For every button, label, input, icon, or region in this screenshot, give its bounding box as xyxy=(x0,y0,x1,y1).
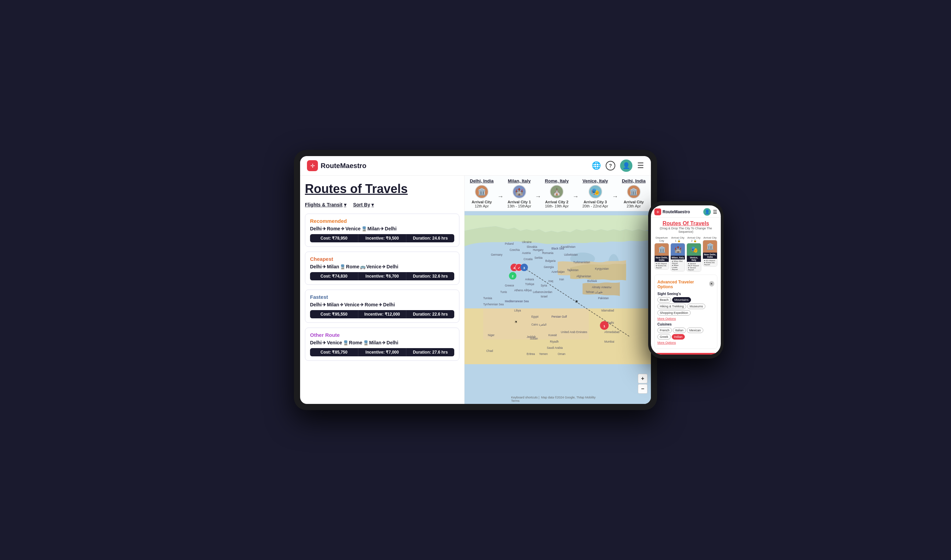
svg-text:4: 4 xyxy=(514,266,515,270)
zoom-in-button[interactable]: + xyxy=(638,374,647,383)
tag-mountains[interactable]: Mountains xyxy=(672,297,691,303)
svg-text:Cairo القاهرة: Cairo القاهرة xyxy=(531,323,547,326)
route-other-title: Other Route xyxy=(310,332,454,338)
phone-city-card-3[interactable]: 🏛️ New Delhi, India ● IGI Airport● Noida… xyxy=(702,240,717,267)
svg-text:✓: ✓ xyxy=(518,266,520,270)
menu-icon[interactable]: ☰ xyxy=(637,161,644,170)
sort-by-label: Sort By xyxy=(353,202,371,208)
map-zoom-controls: + − xyxy=(638,374,647,394)
route-fastest-cities: Delhi ✈ Milan ✈ Venice ✈ Rome ✈ Delhi xyxy=(310,302,454,308)
phone-city-card-2[interactable]: 🎭 Venice, Italy ● Venice MCP Airport● Ve… xyxy=(687,243,701,272)
svg-text:Turkmenistan: Turkmenistan xyxy=(573,261,590,264)
svg-text:Israel: Israel xyxy=(540,295,547,298)
sight-seeing-title: Sight Seeing's xyxy=(658,292,714,296)
phone-header: ✛ RouteMaestro 👤 ☰ xyxy=(651,205,721,218)
svg-text:Black Sea: Black Sea xyxy=(551,247,564,250)
svg-text:Egypt: Egypt xyxy=(531,315,539,318)
tag-shopping[interactable]: Shopping Expedition xyxy=(658,310,691,315)
globe-icon[interactable]: 🌐 xyxy=(591,161,601,170)
svg-text:2: 2 xyxy=(512,274,514,278)
fast-cost: Cost: ₹95,550 xyxy=(310,310,358,318)
route-recommended-title: Recommended xyxy=(310,218,454,224)
phone-city-col-3: Arrival City 🏛️ New Delhi, India ● IGI A… xyxy=(702,236,717,272)
phone-menu-icon[interactable]: ☰ xyxy=(713,209,717,215)
tag-hiking[interactable]: Hiking & Trekking xyxy=(658,304,686,309)
tag-greek[interactable]: Greek xyxy=(658,334,671,340)
phone-app-name: RouteMaestro xyxy=(662,209,703,214)
tablet-device: ✛ RouteMaestro 🌐 ? 👤 ☰ Routes of Travels xyxy=(294,150,657,410)
svg-text:Bishkek: Bishkek xyxy=(587,280,597,283)
flights-transit-filter[interactable]: Flights & Transit ▾ xyxy=(305,202,346,208)
other-incentive: Incentive: ₹7,000 xyxy=(358,348,407,356)
rec-duration: Duration: 24.6 hrs xyxy=(406,234,454,242)
main-title: Routes of Travels xyxy=(305,182,459,196)
phone-city-card-0[interactable]: 🏛️ New Delhi, India ● IGI Airport● Noida… xyxy=(654,243,669,270)
svg-text:Tajikistan: Tajikistan xyxy=(567,269,579,272)
svg-text:Ahmedabad: Ahmedabad xyxy=(604,331,619,334)
svg-text:3: 3 xyxy=(523,266,525,270)
route-cheapest-title: Cheapest xyxy=(310,256,454,262)
phone-city-col-0: Departure City 🏛️ New Delhi, India ● IGI… xyxy=(654,236,669,272)
sight-seeing-tags: Beach Mountains Hiking & Trekking Museum… xyxy=(658,297,714,315)
tag-italian[interactable]: Italian xyxy=(673,328,686,333)
tablet-header: ✛ RouteMaestro 🌐 ? 👤 ☰ xyxy=(300,156,651,175)
route-arrow-2: → xyxy=(573,185,579,208)
filter-row: Flights & Transit ▾ Sort By ▾ xyxy=(305,202,459,208)
svg-text:Saudi Arabia: Saudi Arabia xyxy=(547,346,563,349)
route-other-cities: Delhi ✈ Venice 🚆 Rome 🚆 Milan ✈ Delhi xyxy=(310,340,454,345)
svg-text:Slovakia: Slovakia xyxy=(526,245,537,249)
svg-text:Iran: Iran xyxy=(559,278,564,281)
svg-text:Kuwait: Kuwait xyxy=(548,334,557,337)
tablet-screen: ✛ RouteMaestro 🌐 ? 👤 ☰ Routes of Travels xyxy=(300,156,651,404)
svg-text:Poland: Poland xyxy=(505,242,514,245)
tag-french[interactable]: French xyxy=(658,328,672,333)
svg-text:Kyrgyzstan: Kyrgyzstan xyxy=(595,267,609,271)
tag-mexican[interactable]: Mexican xyxy=(687,328,703,333)
route-card-cheapest: Cheapest Delhi ✈ Milan 🚆 Rome 🚌 Venice ✈… xyxy=(305,252,459,285)
zoom-out-button[interactable]: − xyxy=(638,384,647,394)
flights-transit-label: Flights & Transit xyxy=(305,202,343,208)
route-cheapest-stats: Cost: ₹74,830 Incentive: ₹6,700 Duration… xyxy=(310,272,454,280)
svg-text:Mumbai: Mumbai xyxy=(604,340,614,343)
route-header: Delhi, India 🏛️ Arrival City 12th Apr → … xyxy=(465,175,651,211)
more-options-link-1[interactable]: More Options xyxy=(658,317,714,320)
svg-text:Tunis: Tunis xyxy=(500,291,507,294)
tag-indian[interactable]: Indian xyxy=(672,334,685,340)
svg-text:Ukraine: Ukraine xyxy=(522,241,532,244)
svg-text:1: 1 xyxy=(603,324,605,328)
route-other-stats: Cost: ₹85,750 Incentive: ₹7,000 Duration… xyxy=(310,348,454,356)
phone-city-col-1: Arrival City 1 🔒 🏰 Milan, Italy ● Milan … xyxy=(670,236,685,272)
svg-text:Lebanon: Lebanon xyxy=(533,291,544,294)
sort-by-filter[interactable]: Sort By ▾ xyxy=(353,202,374,208)
svg-text:Persian Gulf: Persian Gulf xyxy=(551,315,567,318)
svg-text:Yemen: Yemen xyxy=(539,352,548,355)
svg-text:Tehran طهران: Tehran طهران xyxy=(586,291,603,294)
route-arrow-0: → xyxy=(497,185,503,208)
phone-avatar[interactable]: 👤 xyxy=(703,208,711,215)
svg-text:Hungary: Hungary xyxy=(533,249,544,252)
svg-text:Chad: Chad xyxy=(486,349,493,352)
svg-text:Niger: Niger xyxy=(488,334,495,337)
help-icon[interactable]: ? xyxy=(606,161,615,171)
close-advanced-options-button[interactable]: ✕ xyxy=(709,281,714,286)
svg-text:Azerbaijan: Azerbaijan xyxy=(551,271,565,274)
map-credit: Keyboard shortcuts | Map data ©2024 Goog… xyxy=(511,396,604,403)
route-recommended-stats: Cost: ₹78,950 Incentive: ₹9,500 Duration… xyxy=(310,234,454,242)
phone-city-card-1[interactable]: 🏰 Milan, Italy ● Milan Mal. Airport● Mil… xyxy=(670,243,685,271)
cheap-incentive: Incentive: ₹6,700 xyxy=(358,272,407,280)
generate-routes-button[interactable]: Generate Routes xyxy=(654,353,717,355)
route-cheapest-cities: Delhi ✈ Milan 🚆 Rome 🚌 Venice ✈ Delhi xyxy=(310,264,454,269)
tag-museums[interactable]: Museums xyxy=(687,304,706,309)
header-icons: 🌐 ? 👤 ☰ xyxy=(591,160,644,172)
city-img-1: 🏰 xyxy=(513,185,526,198)
user-avatar[interactable]: 👤 xyxy=(620,160,632,172)
svg-text:Jeddah: Jeddah xyxy=(526,335,536,338)
more-options-link-2[interactable]: More Options xyxy=(658,341,714,345)
svg-text:Riyadh: Riyadh xyxy=(550,340,559,343)
route-card-other: Other Route Delhi ✈ Venice 🚆 Rome 🚆 Mila… xyxy=(305,328,459,361)
tag-beach[interactable]: Beach xyxy=(658,297,671,303)
svg-text:Tyrrhennian Sea: Tyrrhennian Sea xyxy=(483,303,503,306)
svg-text:Tunisia: Tunisia xyxy=(483,297,492,300)
city-stop-0: Delhi, India 🏛️ Arrival City 12th Apr xyxy=(470,178,494,208)
svg-text:Uzbekistan: Uzbekistan xyxy=(564,253,577,256)
